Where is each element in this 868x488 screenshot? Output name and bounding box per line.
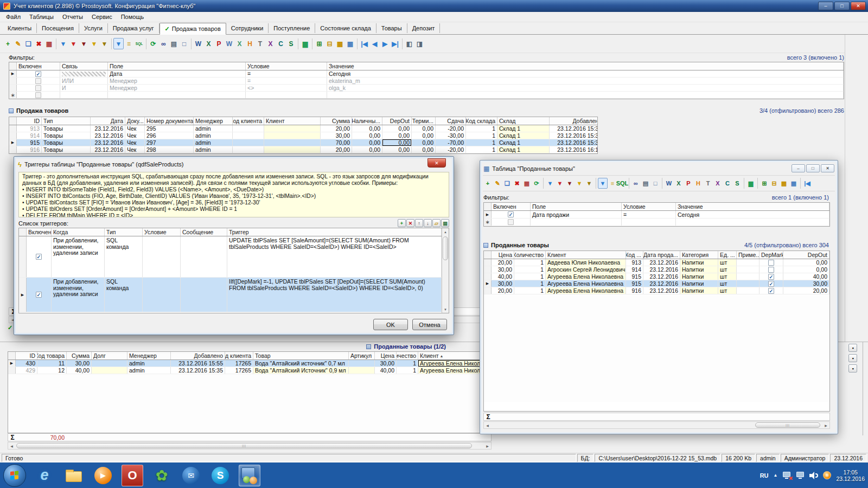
cell[interactable]: 916 <box>17 146 42 153</box>
delete-record-icon[interactable]: ✖ <box>512 178 522 189</box>
column-header[interactable]: Код склада <box>466 117 497 125</box>
filter-clear-icon[interactable]: ▼ <box>79 38 89 49</box>
cell[interactable]: 1 <box>397 367 418 374</box>
cell[interactable]: 20,00 <box>492 259 514 266</box>
cell[interactable]: Склад 1 <box>497 146 550 153</box>
export-sql-icon[interactable]: S <box>732 178 742 189</box>
column-header[interactable]: Ед. ... <box>718 251 737 259</box>
cell[interactable]: шт <box>718 273 737 280</box>
column-header[interactable]: Поле <box>531 203 622 210</box>
table-row[interactable]: ▶✓Дата=Сегодня <box>9 70 844 78</box>
checkbox[interactable] <box>35 78 41 84</box>
table-row[interactable]: 40,001Агуреева Елена Николаевна91523.12.… <box>484 273 829 280</box>
cell[interactable]: 0,00 <box>352 146 382 153</box>
cell[interactable] <box>737 280 760 287</box>
cell[interactable]: 23.12.2016 <box>643 280 680 287</box>
cell[interactable]: admin <box>127 367 171 374</box>
cell[interactable]: SQL команда <box>105 236 143 277</box>
table-row[interactable]: 20,001Агуреева Елена Николаевна91623.12.… <box>484 287 829 294</box>
cell[interactable]: 0,00 <box>412 132 436 139</box>
icq-icon[interactable]: ✿ <box>151 465 173 486</box>
cancel-button[interactable]: Отмена <box>412 319 447 330</box>
filter-save-icon[interactable]: ▼ <box>575 178 584 189</box>
sql-filter-icon[interactable]: SQL <box>134 38 144 49</box>
media-player-icon[interactable]: ▶ <box>92 465 114 486</box>
export-csv-icon[interactable]: C <box>276 38 286 49</box>
cell[interactable] <box>60 70 108 77</box>
export-xml-icon[interactable]: X <box>265 38 276 49</box>
cell[interactable]: 1 <box>466 125 497 132</box>
cell[interactable]: 23.12.2016 15:35 <box>550 139 598 146</box>
cell[interactable]: 1 <box>466 139 497 146</box>
cell[interactable] <box>760 266 783 273</box>
cell[interactable]: 23.12.2016 <box>643 259 680 266</box>
cell[interactable]: Товары <box>42 139 91 146</box>
column-header[interactable]: Код товара <box>37 352 67 359</box>
cell[interactable]: UPDATE tblPSales SET [SaleAmount]=(SELEC… <box>227 236 442 277</box>
filter-delete-icon[interactable]: ▼ <box>68 38 79 49</box>
column-header[interactable]: Включен <box>492 203 531 210</box>
cell[interactable]: 30,00 <box>783 280 829 287</box>
cell[interactable]: 1 <box>514 259 546 266</box>
cell[interactable]: Дата продажи <box>531 211 622 218</box>
menu-item[interactable]: Файл <box>2 12 25 21</box>
table-row[interactable]: 20,001Авдеева Юлия Николаевна91323.12.20… <box>484 259 829 266</box>
add-record-icon[interactable]: + <box>3 38 13 49</box>
cell[interactable]: Авдеева Юлия Николаевна <box>546 259 626 266</box>
scroll-right-arrow[interactable]: ▶ <box>822 422 829 428</box>
chart-icon[interactable]: ▆ <box>300 38 310 49</box>
column-header[interactable]: Тип команды <box>105 228 143 236</box>
cell[interactable]: Вода "Алтайский Источник" 0,9 мл <box>253 367 349 374</box>
maximize-button[interactable]: □ <box>806 164 820 172</box>
column-header[interactable]: DepMark <box>760 251 783 259</box>
cell[interactable]: 23.12.2016 15:35 <box>550 132 598 139</box>
column-header[interactable]: Код ... <box>626 251 643 259</box>
column-header[interactable]: Дата <box>91 117 125 125</box>
column-header[interactable]: Поле <box>108 62 246 70</box>
nav-next-icon[interactable]: ▶ <box>380 38 390 49</box>
cell[interactable]: admin <box>194 132 233 139</box>
column-header[interactable]: Товар <box>253 352 349 359</box>
scroll-track[interactable]: ||| <box>15 442 484 449</box>
nav-last-icon[interactable]: ▶| <box>390 38 400 49</box>
cell[interactable]: 0,00 <box>382 132 412 139</box>
cell[interactable]: 30,00 <box>67 360 92 367</box>
cell[interactable]: шт <box>718 266 737 273</box>
cell[interactable]: <> <box>246 85 327 91</box>
cell[interactable] <box>17 85 60 91</box>
cell[interactable]: шт <box>718 280 737 287</box>
checkbox[interactable] <box>35 92 41 98</box>
column-header[interactable]: Тип <box>42 117 91 125</box>
filter-apply-icon[interactable]: ▼ <box>598 178 608 189</box>
column-header[interactable]: Условие <box>622 203 676 210</box>
scroll-track[interactable] <box>442 235 449 306</box>
column-header[interactable]: DepOut <box>783 251 829 259</box>
scroll-track[interactable]: ||| <box>491 422 822 428</box>
cell[interactable]: Агуреева Елена Николаевна <box>546 287 626 294</box>
export-word-template-icon[interactable]: W <box>224 38 234 49</box>
trigger-save-icon[interactable]: ▤ <box>441 219 449 227</box>
cell[interactable]: -30,00 <box>436 132 466 139</box>
grid-columns-icon[interactable]: ▦ <box>789 178 799 189</box>
cell[interactable]: 20,00 <box>492 287 514 294</box>
cell[interactable]: 915 <box>626 280 643 287</box>
window-title-bar[interactable]: ▦ Таблица "Проданные товары" – □ ✕ <box>482 163 835 174</box>
opera-icon[interactable]: O <box>122 465 143 486</box>
menu-item[interactable]: Помощь <box>117 12 149 21</box>
cell[interactable] <box>676 219 829 226</box>
panel-left-icon[interactable]: ◧ <box>404 38 414 49</box>
cell[interactable]: 23.12.2016 <box>643 287 680 294</box>
preview-icon[interactable]: □ <box>179 38 189 49</box>
table-row[interactable]: 30,001Агроскин Сергей Леонидович91423.12… <box>484 266 829 273</box>
filter-tree-icon[interactable]: ≡ <box>124 38 134 49</box>
subordinate-panel-button[interactable]: ▪ <box>848 354 857 362</box>
column-header[interactable]: Клиент <box>264 117 321 125</box>
window-h-scrollbar[interactable]: ◀ ||| ▶ <box>483 421 830 429</box>
cell[interactable]: = <box>622 211 676 218</box>
filter-disable-icon[interactable]: ▼ <box>584 178 594 189</box>
column-header[interactable]: Значение <box>676 203 829 210</box>
export-excel-ic[interactable]: X <box>674 178 684 189</box>
cell[interactable] <box>233 132 264 139</box>
filter-disable-icon[interactable]: ▼ <box>99 38 110 49</box>
trigger-up-icon[interactable]: ↑ <box>415 219 423 227</box>
